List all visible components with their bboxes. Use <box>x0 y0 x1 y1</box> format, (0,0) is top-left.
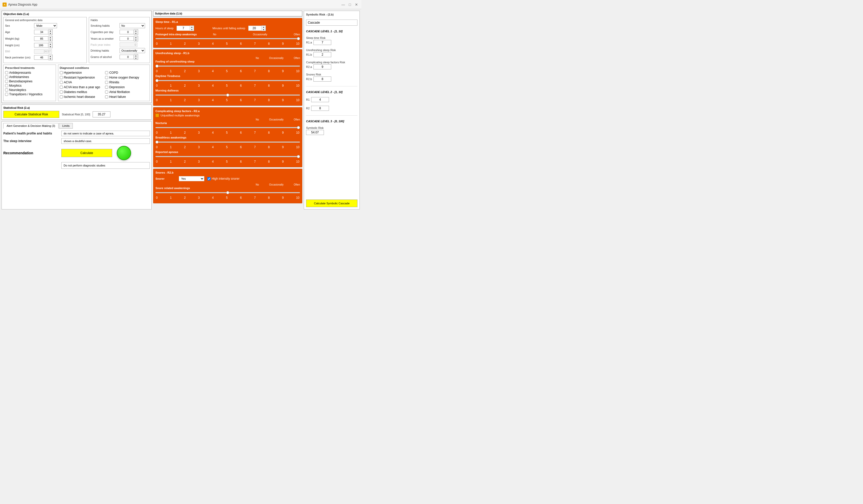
acva-year-checkbox[interactable] <box>60 86 63 89</box>
close-button[interactable]: ✕ <box>354 2 359 7</box>
breathless-slider[interactable] <box>155 140 300 145</box>
high-intensity-checkbox[interactable] <box>207 177 211 180</box>
symbolic-risk-item: Symbolic Risk <box>306 126 358 135</box>
unrefreshing-risk-value <box>313 52 331 57</box>
diabetes-checkbox[interactable] <box>60 90 63 93</box>
resistant-htn-label: Resistant hypertension <box>64 76 95 79</box>
neck-up[interactable]: ▲ <box>48 55 52 57</box>
grams-spinner[interactable]: ▲ ▼ <box>120 54 138 60</box>
sleep-interview-value <box>61 138 150 144</box>
height-spinner[interactable]: ▲ ▼ <box>34 42 53 48</box>
minutes-down[interactable]: ▼ <box>262 28 266 31</box>
anthropometric-habits-layout: General and anthropometric data Sex Male… <box>3 17 150 63</box>
copd-checkbox[interactable] <box>105 71 108 74</box>
sex-select[interactable]: Male Female <box>34 23 57 28</box>
cig-input[interactable] <box>120 30 134 34</box>
age-up[interactable]: ▲ <box>48 29 52 32</box>
neck-input[interactable] <box>34 55 48 60</box>
hypertension-checkbox[interactable] <box>60 71 63 74</box>
weight-up[interactable]: ▲ <box>48 36 52 39</box>
height-down[interactable]: ▼ <box>48 45 52 48</box>
weight-spinner[interactable]: ▲ ▼ <box>34 36 53 41</box>
feeling-slider[interactable] <box>155 64 300 69</box>
grams-up[interactable]: ▲ <box>134 54 138 57</box>
cig-up[interactable]: ▲ <box>134 29 138 32</box>
grams-row: Grams of alcohol ▲ ▼ <box>90 54 148 60</box>
atrial-checkbox[interactable] <box>105 90 108 93</box>
main-content: Objective data (1.a) General and anthrop… <box>0 9 361 211</box>
snore-related-slider[interactable] <box>155 190 300 195</box>
height-up[interactable]: ▲ <box>48 43 52 45</box>
neck-spinner[interactable]: ▲ ▼ <box>34 55 53 60</box>
calc-stat-risk-button[interactable]: Calculate Statistical Risk <box>3 111 59 118</box>
age-spinner[interactable]: ▲ ▼ <box>34 29 53 35</box>
copd-label: COPD <box>109 71 118 75</box>
atrial-label: Atrial fibrillation <box>109 90 130 94</box>
grams-down[interactable]: ▼ <box>134 57 138 60</box>
neck-down[interactable]: ▼ <box>48 57 52 60</box>
age-input[interactable] <box>34 30 48 34</box>
home-oxygen-checkbox[interactable] <box>105 76 108 79</box>
years-smoker-input[interactable] <box>120 36 134 41</box>
alert-tab-main[interactable]: Alert Generation & Decision Making (3) <box>3 123 59 129</box>
hours-spinner[interactable]: ▲ ▼ <box>177 25 194 31</box>
minutes-up[interactable]: ▲ <box>262 26 266 28</box>
prolonged-slider[interactable] <box>155 36 300 41</box>
resistant-htn-checkbox[interactable] <box>60 76 63 79</box>
hours-input[interactable] <box>177 26 190 31</box>
hours-down[interactable]: ▼ <box>190 28 194 31</box>
snores-title: Snores - R2.b <box>155 171 300 174</box>
rhinitis-checkbox[interactable] <box>105 81 108 84</box>
morning-slider[interactable] <box>155 92 300 98</box>
reported-slider[interactable] <box>155 154 300 159</box>
snores-risk-item: Snores Risk R2.b <box>306 73 358 81</box>
years-smoker-down[interactable]: ▼ <box>134 39 138 41</box>
calc-recommendation-button[interactable]: Calculate <box>61 149 112 157</box>
maximize-button[interactable]: □ <box>348 2 352 7</box>
snorer-select[interactable]: Yes No <box>179 176 204 181</box>
cig-down[interactable]: ▼ <box>134 32 138 35</box>
drinking-select[interactable]: No Occasionally Often <box>120 48 145 53</box>
age-down[interactable]: ▼ <box>48 32 52 35</box>
diagnosis-row <box>3 162 150 169</box>
antidepressants-checkbox[interactable] <box>5 71 8 74</box>
minutes-input[interactable] <box>248 26 262 31</box>
cig-spinner[interactable]: ▲ ▼ <box>120 29 138 35</box>
alert-tab-limits[interactable]: Limits <box>59 123 73 129</box>
calc-symbolic-button[interactable]: Calculate Symbolic Cascade <box>306 199 358 207</box>
years-smoker-spinner[interactable]: ▲ ▼ <box>120 36 138 41</box>
tranquilizers-row: Tranquilizers / Hypnotics <box>5 92 54 96</box>
neuroleptics-checkbox[interactable] <box>5 88 8 91</box>
sex-row: Sex Male Female <box>5 23 85 28</box>
r1-label: R1 <box>306 98 310 101</box>
benzodiazepines-checkbox[interactable] <box>5 80 8 83</box>
hours-up[interactable]: ▲ <box>190 26 194 28</box>
height-input[interactable] <box>34 43 48 48</box>
tranquilizers-checkbox[interactable] <box>5 93 8 96</box>
years-smoker-up[interactable]: ▲ <box>134 36 138 39</box>
smoking-select[interactable]: No Yes <box>120 23 145 28</box>
breathless-label: Breathless awakenings <box>155 136 300 139</box>
grams-input[interactable] <box>120 55 134 59</box>
level2-title: CASCADE LEVEL 2 - [1, 10] <box>306 90 358 93</box>
pack-year-label: Pack year index <box>90 43 118 46</box>
antihistamines-checkbox[interactable] <box>5 76 8 79</box>
acva-checkbox[interactable] <box>60 81 63 84</box>
pack-year-value <box>120 42 137 47</box>
morphics-checkbox[interactable] <box>5 84 8 87</box>
conditions-layout: Prescribed treatments Antidepressants An… <box>3 65 150 101</box>
minutes-spinner[interactable]: ▲ ▼ <box>248 25 266 31</box>
ischemic-checkbox[interactable] <box>60 95 63 98</box>
heart-failure-checkbox[interactable] <box>105 95 108 98</box>
weight-down[interactable]: ▼ <box>48 39 52 41</box>
depression-checkbox[interactable] <box>105 86 108 89</box>
sleep-risk-id: R1.a <box>306 41 312 44</box>
daytime-slider[interactable] <box>155 78 300 83</box>
nocturia-slider[interactable] <box>155 125 300 130</box>
right-panel-title: Symbolic Risk - (2.b) <box>306 13 358 16</box>
health-profile-row: Patient's health profile and habits <box>3 131 150 136</box>
weight-input[interactable] <box>34 36 48 41</box>
diagnosed-box: Diagnosed conditions Hypertension COPD <box>58 65 150 101</box>
scale-often-2: Often <box>294 57 300 60</box>
minimize-button[interactable]: — <box>341 2 346 7</box>
